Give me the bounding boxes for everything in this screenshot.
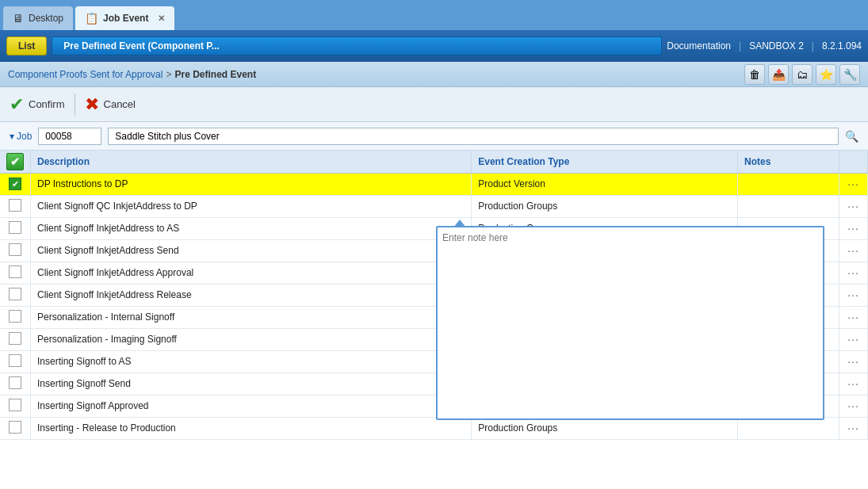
row-actions-cell[interactable]: ··· (839, 417, 868, 439)
checkbox-unchecked[interactable] (9, 421, 21, 434)
row-actions-cell[interactable]: ··· (839, 173, 868, 195)
row-actions-cell[interactable]: ··· (839, 350, 868, 372)
row-notes (738, 195, 839, 217)
table-header-notes: Notes (738, 151, 839, 173)
table-header-description: Description (31, 151, 472, 173)
row-dots-button[interactable]: ··· (847, 333, 859, 346)
row-checkbox-cell[interactable] (0, 372, 31, 395)
toolbar-right: Documentation | SANDBOX 2 | 8.2.1.094 (667, 40, 862, 52)
row-actions-cell[interactable]: ··· (839, 239, 868, 262)
row-dots-button[interactable]: ··· (847, 377, 859, 390)
cancel-x-icon: ✖ (85, 94, 99, 115)
breadcrumb-bar: Component Proofs Sent for Approval > Pre… (0, 62, 868, 87)
table-header-check[interactable]: ✔ (0, 151, 31, 173)
table-header-event-type: Event Creation Type (472, 151, 738, 173)
row-checkbox-cell[interactable] (0, 239, 31, 262)
documentation-link[interactable]: Documentation (667, 40, 731, 52)
tab-desktop[interactable]: 🖥 Desktop (3, 6, 73, 30)
note-popup (436, 226, 824, 420)
row-dots-button[interactable]: ··· (847, 311, 859, 323)
confirm-label: Confirm (29, 98, 65, 110)
row-actions-cell[interactable]: ··· (839, 328, 868, 350)
checkbox-unchecked[interactable] (9, 266, 21, 278)
row-dots-button[interactable]: ··· (847, 288, 859, 301)
cancel-button[interactable]: ✖ Cancel (85, 94, 136, 115)
row-dots-button[interactable]: ··· (847, 355, 859, 368)
row-dots-button[interactable]: ··· (847, 178, 859, 190)
row-checkbox-cell[interactable]: ✔ (0, 173, 31, 195)
trash-icon-btn[interactable]: 🗑 (744, 64, 765, 85)
checkbox-unchecked[interactable] (9, 221, 21, 234)
checkbox-unchecked[interactable] (9, 332, 21, 345)
star-icon-btn[interactable]: ⭐ (816, 64, 836, 85)
cancel-label: Cancel (104, 98, 136, 110)
row-dots-button[interactable]: ··· (847, 200, 859, 212)
job-label[interactable]: ▾ Job (10, 131, 32, 142)
action-divider (75, 94, 75, 116)
note-textarea[interactable] (442, 232, 818, 414)
row-description: Inserting Signoff Send (31, 372, 472, 395)
tool-icon-btn[interactable]: 🔧 (839, 64, 860, 85)
checkbox-unchecked[interactable] (9, 354, 21, 367)
row-dots-button[interactable]: ··· (847, 244, 859, 257)
checkbox-checked[interactable]: ✔ (9, 178, 21, 190)
sandbox-label: SANDBOX 2 (749, 40, 804, 52)
row-dots-button[interactable]: ··· (847, 266, 859, 279)
row-checkbox-cell[interactable] (0, 306, 31, 328)
breadcrumb-separator: > (166, 69, 171, 80)
row-event-type: Production Groups (472, 417, 738, 439)
row-checkbox-cell[interactable] (0, 262, 31, 284)
row-description: Client Signoff InkjetAddress to AS (31, 217, 472, 239)
row-dots-button[interactable]: ··· (847, 422, 859, 434)
checkbox-unchecked[interactable] (9, 376, 21, 389)
job-event-icon: 📋 (85, 12, 98, 25)
tab-close-icon[interactable]: ✕ (158, 13, 165, 24)
row-checkbox-cell[interactable] (0, 417, 31, 439)
header-checkbox[interactable]: ✔ (6, 153, 24, 170)
row-description: Inserting Signoff Approved (31, 395, 472, 417)
confirm-button[interactable]: ✔ Confirm (10, 94, 65, 115)
row-description: DP Instructions to DP (31, 173, 472, 195)
row-description: Client Signoff QC InkjetAddress to DP (31, 195, 472, 217)
table-row: Client Signoff QC InkjetAddress to DPPro… (0, 195, 868, 217)
row-actions-cell[interactable]: ··· (839, 395, 868, 417)
job-search-icon[interactable]: 🔍 (845, 130, 858, 143)
breadcrumb-link[interactable]: Component Proofs Sent for Approval (8, 69, 163, 80)
row-dots-button[interactable]: ··· (847, 399, 859, 412)
checkbox-unchecked[interactable] (9, 199, 21, 212)
list-button[interactable]: List (6, 36, 47, 55)
row-actions-cell[interactable]: ··· (839, 284, 868, 306)
row-checkbox-cell[interactable] (0, 217, 31, 239)
tab-job-event[interactable]: 📋 Job Event ✕ (75, 6, 174, 30)
row-checkbox-cell[interactable] (0, 395, 31, 417)
row-description: Inserting - Release to Production (31, 417, 472, 439)
row-actions-cell[interactable]: ··· (839, 195, 868, 217)
layout-icon-btn[interactable]: 🗂 (792, 64, 813, 85)
checkbox-unchecked[interactable] (9, 399, 21, 411)
row-actions-cell[interactable]: ··· (839, 306, 868, 328)
row-description: Client Signoff InkjetAddress Approval (31, 262, 472, 284)
table-row: ✔DP Instructions to DPProduct Version··· (0, 173, 868, 195)
row-notes (738, 173, 839, 195)
checkbox-unchecked[interactable] (9, 288, 21, 300)
row-checkbox-cell[interactable] (0, 195, 31, 217)
row-event-type: Product Version (472, 173, 738, 195)
row-checkbox-cell[interactable] (0, 328, 31, 350)
export-icon-btn[interactable]: 📤 (768, 64, 789, 85)
top-toolbar: List Pre Defined Event (Component P... D… (0, 30, 868, 62)
row-actions-cell[interactable]: ··· (839, 262, 868, 284)
row-description: Client Signoff InkjetAddress Release (31, 284, 472, 306)
job-name-input[interactable] (108, 128, 839, 145)
row-actions-cell[interactable]: ··· (839, 372, 868, 395)
checkbox-unchecked[interactable] (9, 243, 21, 256)
row-notes (738, 417, 839, 439)
row-checkbox-cell[interactable] (0, 350, 31, 372)
row-description: Personalization - Imaging Signoff (31, 328, 472, 350)
row-dots-button[interactable]: ··· (847, 222, 859, 235)
predefined-button[interactable]: Pre Defined Event (Component P... (52, 36, 662, 55)
row-description: Personalization - Internal Signoff (31, 306, 472, 328)
checkbox-unchecked[interactable] (9, 310, 21, 323)
row-actions-cell[interactable]: ··· (839, 217, 868, 239)
row-checkbox-cell[interactable] (0, 284, 31, 306)
job-number-input[interactable] (38, 128, 101, 145)
